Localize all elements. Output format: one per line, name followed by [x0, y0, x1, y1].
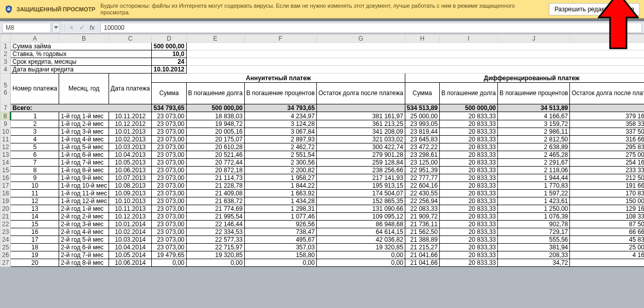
- cell[interactable]: 1 958,27: [244, 174, 316, 182]
- row-header[interactable]: 11: [1, 136, 11, 143]
- row-header[interactable]: 3: [1, 58, 11, 66]
- cell[interactable]: 21 215,27: [405, 244, 439, 251]
- cell[interactable]: 20 833,33: [439, 213, 497, 221]
- cell[interactable]: 2-й год 6-й мес: [59, 244, 109, 251]
- cell[interactable]: 10.04.2013: [109, 151, 152, 159]
- cell[interactable]: 23 298,61: [405, 151, 439, 159]
- cell[interactable]: 2 462,72: [244, 143, 316, 151]
- row-header[interactable]: 56: [1, 74, 11, 104]
- col-header-J[interactable]: J: [498, 34, 570, 43]
- cell[interactable]: 23 073,00: [152, 167, 186, 174]
- cell[interactable]: 1 423,61: [498, 197, 570, 205]
- cell[interactable]: 23 073,00: [152, 159, 186, 167]
- cell[interactable]: 23 073,00: [152, 174, 186, 182]
- cell[interactable]: 21 909,72: [405, 213, 439, 221]
- formula-input[interactable]: 100000: [100, 23, 642, 33]
- row-header[interactable]: 24: [1, 236, 11, 244]
- cell[interactable]: 19: [11, 251, 59, 259]
- cell[interactable]: 10.05.2014: [109, 251, 152, 259]
- cell[interactable]: 17: [11, 236, 59, 244]
- cell[interactable]: 23 819,44: [405, 128, 439, 136]
- cancel-icon[interactable]: ×: [66, 23, 77, 33]
- cell[interactable]: 20 833,33: [439, 244, 497, 251]
- cell[interactable]: 10.03.2013: [109, 143, 152, 151]
- col-header-A[interactable]: A: [11, 34, 59, 43]
- cell[interactable]: 21 041,66: [405, 251, 439, 259]
- row-header[interactable]: 7: [1, 104, 11, 112]
- cell[interactable]: 86 948,68: [316, 221, 405, 228]
- col-header-I[interactable]: I: [439, 34, 497, 43]
- row-header[interactable]: 25: [1, 244, 11, 251]
- cell[interactable]: 1 250,00: [498, 205, 570, 213]
- cell[interactable]: 23 073,00: [152, 244, 186, 251]
- cell[interactable]: 174 504,07: [316, 190, 405, 197]
- cell[interactable]: Сумма займа: [11, 43, 152, 50]
- row-header[interactable]: 1: [1, 43, 11, 50]
- cell[interactable]: 9: [11, 174, 59, 182]
- row-header[interactable]: 17: [1, 182, 11, 190]
- cell[interactable]: 381 161,97: [316, 112, 405, 120]
- worksheet[interactable]: A B C D E F G H I J K L M N O P 1 Сумма …: [0, 34, 644, 308]
- cell[interactable]: Дата платежа: [109, 74, 152, 104]
- cell[interactable]: 341 208,09: [316, 128, 405, 136]
- cell[interactable]: 20 833,33: [439, 205, 497, 213]
- cell[interactable]: 1-й год 1-й мес: [59, 112, 109, 120]
- row-header[interactable]: 21: [1, 213, 11, 221]
- cell[interactable]: 23 073,00: [152, 228, 186, 236]
- cell[interactable]: 233 333,36: [570, 167, 644, 174]
- cell[interactable]: 1-й год 5-й мес: [59, 143, 109, 151]
- col-header-K[interactable]: K: [570, 34, 644, 43]
- cell[interactable]: 1 770,83: [498, 182, 570, 190]
- cell[interactable]: 500 000,00: [439, 104, 497, 112]
- cell[interactable]: 5: [11, 143, 59, 151]
- cell[interactable]: 534 513,89: [405, 104, 439, 112]
- cell[interactable]: 10.11.2012: [109, 112, 152, 120]
- cell[interactable]: 191 666,70: [570, 182, 644, 190]
- cell[interactable]: 21 114,73: [186, 174, 244, 182]
- cell[interactable]: 10.06.2014: [109, 259, 152, 267]
- cell[interactable]: 1-й год 3-й мес: [59, 128, 109, 136]
- enable-editing-button[interactable]: Разрешить редактирование: [549, 3, 640, 15]
- cell[interactable]: 19 320,85: [186, 251, 244, 259]
- cell[interactable]: Остаток долга после платежа: [570, 83, 644, 104]
- cell[interactable]: Месяц, год: [59, 74, 109, 104]
- cell[interactable]: 23 073,00: [152, 136, 186, 143]
- col-header-G[interactable]: G: [316, 34, 405, 43]
- cell[interactable]: 2 986,11: [498, 128, 570, 136]
- cell[interactable]: 25 000,06: [570, 244, 644, 251]
- cell[interactable]: 2 300,56: [244, 159, 316, 167]
- cell[interactable]: 20 833,33: [439, 167, 497, 174]
- cell[interactable]: 23 073,00: [152, 143, 186, 151]
- cell[interactable]: 20 833,33: [439, 112, 497, 120]
- cell[interactable]: 2-й год 1-й мес: [59, 205, 109, 213]
- cell[interactable]: 21 562,50: [405, 228, 439, 236]
- cell[interactable]: 20 175,07: [186, 136, 244, 143]
- cell[interactable]: 20 521,46: [186, 151, 244, 159]
- cell[interactable]: 1-й год 4-й мес: [59, 136, 109, 143]
- cell[interactable]: 24: [152, 58, 186, 66]
- cell[interactable]: 902,78: [498, 221, 570, 228]
- cell[interactable]: 23 125,00: [405, 159, 439, 167]
- cell[interactable]: 23 645,83: [405, 136, 439, 143]
- cell[interactable]: 1-й год 10-й мес: [59, 182, 109, 190]
- cell[interactable]: 1-й год 8-й мес: [59, 167, 109, 174]
- cell[interactable]: 10.11.2013: [109, 205, 152, 213]
- cell[interactable]: 2 118,06: [498, 167, 570, 174]
- cell[interactable]: Дата выдачи кредита: [11, 66, 152, 74]
- cell[interactable]: 10,0: [152, 50, 186, 58]
- cell[interactable]: 19 320,85: [316, 244, 405, 251]
- cell[interactable]: 23 073,00: [152, 112, 186, 120]
- cell[interactable]: 2-й год 8-й мес: [59, 259, 109, 267]
- cell[interactable]: 1 077,46: [244, 213, 316, 221]
- cell[interactable]: 2-й год 5-й мес: [59, 236, 109, 244]
- col-header-C[interactable]: C: [109, 34, 152, 43]
- cell[interactable]: 8: [11, 167, 59, 174]
- cell[interactable]: 1-й год 7-й мес: [59, 159, 109, 167]
- cell[interactable]: 3 159,72: [498, 120, 570, 128]
- cell[interactable]: 300 422,74: [316, 143, 405, 151]
- cell[interactable]: 20 833,33: [439, 120, 497, 128]
- row-header[interactable]: 10: [1, 128, 11, 136]
- cell[interactable]: 22 577,33: [186, 236, 244, 244]
- cell[interactable]: 2 551,54: [244, 151, 316, 159]
- cell[interactable]: 2-й год 7-й мес: [59, 251, 109, 259]
